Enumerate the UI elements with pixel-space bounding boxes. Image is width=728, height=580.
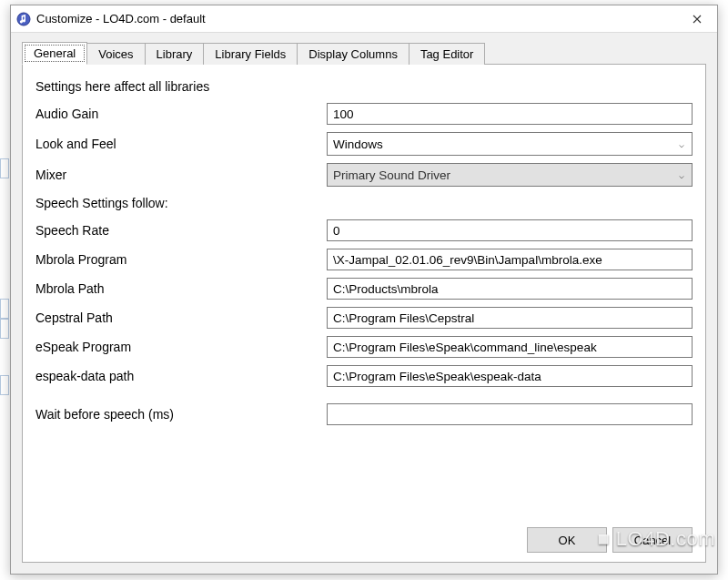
audio-gain-input[interactable] [327, 103, 693, 125]
tab-display-columns[interactable]: Display Columns [298, 43, 410, 65]
svg-point-0 [17, 13, 30, 25]
section-heading: Speech Settings follow: [35, 190, 693, 216]
chevron-down-icon: ⌵ [679, 170, 684, 180]
tabstrip: General Voices Library Library Fields Di… [22, 42, 706, 65]
row-espeak-data: espeak-data path [35, 365, 693, 387]
mixer-label: Mixer [35, 168, 327, 182]
look-feel-label: Look and Feel [35, 137, 327, 151]
row-speech-rate: Speech Rate [35, 219, 693, 241]
row-mixer: Mixer Primary Sound Driver ⌵ [35, 163, 693, 187]
tab-label: Voices [98, 47, 133, 61]
cancel-button[interactable]: Cancel [612, 527, 693, 553]
window-title: Customize - LO4D.com - default [36, 12, 676, 25]
close-icon [693, 12, 702, 26]
tab-library[interactable]: Library [146, 43, 205, 65]
row-espeak-program: eSpeak Program [35, 336, 693, 358]
row-wait-before-speech: Wait before speech (ms) [35, 403, 693, 425]
row-cepstral-path: Cepstral Path [35, 307, 693, 329]
chevron-down-icon: ⌵ [679, 139, 684, 149]
tab-label: Tag Editor [420, 47, 474, 61]
row-look-feel: Look and Feel Windows ⌵ [35, 132, 693, 156]
mixer-select[interactable]: Primary Sound Driver ⌵ [327, 163, 693, 187]
mbrola-path-input[interactable] [327, 278, 693, 300]
tab-tag-editor[interactable]: Tag Editor [410, 43, 486, 65]
tab-library-fields[interactable]: Library Fields [204, 43, 298, 65]
row-mbrola-program: Mbrola Program [35, 249, 693, 270]
mbrola-program-input[interactable] [327, 249, 693, 270]
tab-label: Library Fields [215, 47, 286, 61]
audio-gain-label: Audio Gain [35, 107, 327, 121]
speech-rate-input[interactable] [327, 219, 693, 241]
tab-label: Library [157, 47, 193, 61]
wait-before-speech-input[interactable] [327, 403, 693, 425]
close-button[interactable] [676, 5, 717, 32]
customize-dialog: Customize - LO4D.com - default General V… [10, 5, 718, 575]
tab-general[interactable]: General [22, 42, 87, 65]
wait-before-speech-label: Wait before speech (ms) [35, 407, 327, 422]
cepstral-path-input[interactable] [327, 307, 693, 329]
cepstral-path-label: Cepstral Path [35, 310, 327, 325]
mbrola-program-label: Mbrola Program [35, 252, 327, 267]
cancel-button-label: Cancel [634, 534, 671, 547]
espeak-data-input[interactable] [327, 365, 693, 387]
mbrola-path-label: Mbrola Path [35, 281, 327, 296]
row-audio-gain: Audio Gain [35, 103, 693, 125]
espeak-program-input[interactable] [327, 336, 693, 358]
client-area: General Voices Library Library Fields Di… [11, 33, 717, 574]
music-note-icon [16, 12, 31, 26]
ok-button-label: OK [559, 534, 576, 547]
espeak-program-label: eSpeak Program [35, 340, 327, 354]
titlebar: Customize - LO4D.com - default [11, 5, 717, 33]
row-mbrola-path: Mbrola Path [35, 278, 693, 300]
espeak-data-label: espeak-data path [35, 369, 327, 383]
button-bar: OK Cancel [35, 514, 693, 553]
tab-voices[interactable]: Voices [87, 43, 145, 65]
look-feel-select[interactable]: Windows ⌵ [327, 132, 693, 156]
mixer-value: Primary Sound Driver [333, 168, 450, 182]
tab-label: Display Columns [308, 47, 398, 61]
ok-button[interactable]: OK [527, 527, 607, 553]
tab-panel-general: Settings here affect all libraries Audio… [22, 64, 706, 563]
tab-label: General [34, 46, 76, 60]
speech-rate-label: Speech Rate [35, 223, 327, 238]
look-feel-value: Windows [333, 137, 383, 151]
section-heading: Settings here affect all libraries [35, 74, 693, 99]
